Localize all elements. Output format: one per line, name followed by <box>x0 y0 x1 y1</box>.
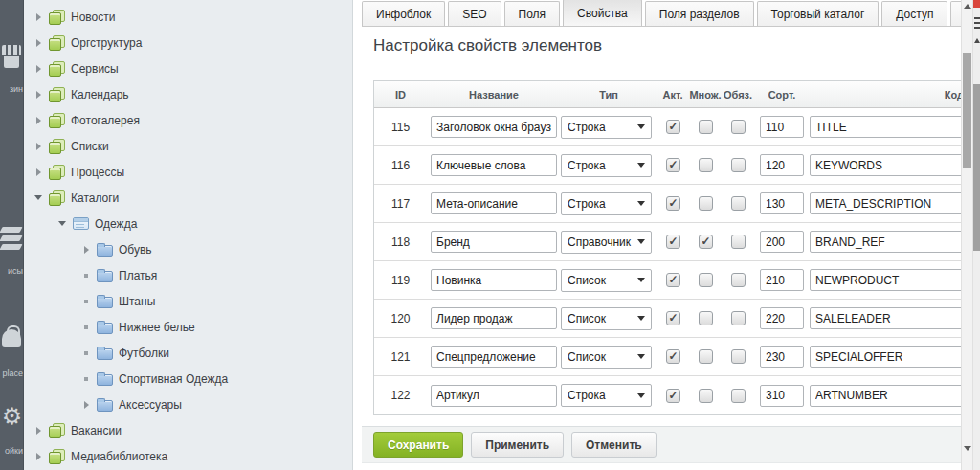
expand-arrow-icon[interactable] <box>36 427 41 435</box>
tree-item-aksessuary[interactable]: Аксессуары <box>24 392 352 417</box>
sort-input[interactable] <box>760 154 804 176</box>
tree-item-futbolki[interactable]: Футболки <box>24 340 352 366</box>
inner-scrollbar-thumb[interactable] <box>963 53 971 168</box>
required-checkbox[interactable] <box>731 311 746 325</box>
tab-polya-razdelov[interactable]: Поля разделов <box>645 1 754 26</box>
type-select[interactable]: Список <box>561 269 652 292</box>
multiple-checkbox[interactable] <box>699 196 713 211</box>
tree-item-servisy[interactable]: Сервисы <box>24 56 352 81</box>
name-input[interactable] <box>431 269 557 291</box>
expand-arrow-icon[interactable] <box>36 91 41 99</box>
required-checkbox[interactable] <box>731 196 746 211</box>
type-select[interactable]: Строка <box>561 384 652 407</box>
rail-item-store[interactable]: зин <box>0 43 24 76</box>
cancel-button[interactable]: Отменить <box>571 432 657 458</box>
expand-arrow-icon[interactable] <box>36 453 41 460</box>
apply-button[interactable]: Применить <box>471 432 564 458</box>
tree-item-sportivnaya-odezhda[interactable]: Спортивная Одежда <box>24 366 352 392</box>
code-input[interactable] <box>810 269 961 291</box>
tree-item-fotogalereya[interactable]: Фотогалерея <box>24 107 352 133</box>
tree-item-novosti[interactable]: Новости <box>24 4 352 30</box>
tree-item-kalendar[interactable]: Календарь <box>24 81 352 107</box>
expand-arrow-icon[interactable] <box>36 39 41 47</box>
multiple-checkbox[interactable] <box>699 235 713 249</box>
sort-input[interactable] <box>760 116 804 138</box>
required-checkbox[interactable] <box>731 120 746 134</box>
save-button[interactable]: Сохранить <box>373 432 463 458</box>
name-input[interactable] <box>431 385 557 407</box>
code-input[interactable] <box>810 192 961 214</box>
expand-arrow-icon[interactable] <box>36 168 41 176</box>
tab-svoystva[interactable]: Свойства <box>563 0 642 26</box>
scrollbar-grip-icon[interactable] <box>974 17 980 29</box>
inner-scrollbar[interactable] <box>961 0 972 470</box>
type-select[interactable]: Список <box>561 307 652 330</box>
tree-item-odezhda[interactable]: Одежда <box>24 211 352 236</box>
code-input[interactable] <box>810 154 961 176</box>
expand-arrow-icon[interactable] <box>36 143 41 150</box>
tree-item-obuv[interactable]: Обувь <box>24 236 352 262</box>
active-checkbox[interactable] <box>666 158 680 172</box>
active-checkbox[interactable] <box>666 120 680 134</box>
multiple-checkbox[interactable] <box>699 120 713 134</box>
required-checkbox[interactable] <box>731 273 746 287</box>
tree-item-shtany[interactable]: Штаны <box>24 288 352 314</box>
tab-podpisi[interactable]: Подписи <box>950 1 961 26</box>
active-checkbox[interactable] <box>666 196 680 211</box>
name-input[interactable] <box>431 346 557 368</box>
scroll-down-icon[interactable] <box>964 446 971 451</box>
multiple-checkbox[interactable] <box>699 349 713 364</box>
active-checkbox[interactable] <box>666 389 680 403</box>
required-checkbox[interactable] <box>731 158 746 172</box>
tab-polya[interactable]: Поля <box>504 1 561 26</box>
type-select[interactable]: Справочник <box>561 231 652 254</box>
code-input[interactable] <box>810 385 961 407</box>
expand-arrow-icon[interactable] <box>36 117 41 124</box>
sort-input[interactable] <box>760 307 804 329</box>
required-checkbox[interactable] <box>731 389 746 403</box>
expand-arrow-icon[interactable] <box>84 401 89 409</box>
scroll-up-icon[interactable] <box>974 38 980 43</box>
multiple-checkbox[interactable] <box>699 273 713 287</box>
multiple-checkbox[interactable] <box>699 389 713 403</box>
required-checkbox[interactable] <box>731 235 746 249</box>
name-input[interactable] <box>431 192 557 214</box>
tree-item-processy[interactable]: Процессы <box>24 159 352 185</box>
sort-input[interactable] <box>760 385 804 407</box>
code-input[interactable] <box>810 346 961 368</box>
active-checkbox[interactable] <box>666 311 680 325</box>
type-select[interactable]: Строка <box>561 116 652 139</box>
code-input[interactable] <box>810 231 961 253</box>
tree-item-mediabiblioteka[interactable]: Медиабиблиотека <box>24 443 352 469</box>
tab-infoblok[interactable]: Инфоблок <box>362 1 445 26</box>
tree-item-katalogi[interactable]: Каталоги <box>24 185 352 211</box>
tree-item-nizhnee-bele[interactable]: Нижнее белье <box>24 314 352 340</box>
collapse-arrow-icon[interactable] <box>34 195 42 200</box>
active-checkbox[interactable] <box>666 273 680 287</box>
code-input[interactable] <box>810 116 961 138</box>
code-input[interactable] <box>810 307 961 329</box>
tree-item-orgstruktura[interactable]: Оргструктура <box>24 30 352 56</box>
type-select[interactable]: Список <box>561 346 652 369</box>
type-select[interactable]: Строка <box>561 192 652 215</box>
name-input[interactable] <box>431 116 557 138</box>
active-checkbox[interactable] <box>666 235 680 249</box>
rail-item-settings[interactable]: ⚙ ойки <box>0 403 24 436</box>
active-checkbox[interactable] <box>666 349 680 364</box>
sort-input[interactable] <box>760 346 804 368</box>
tab-dostup[interactable]: Доступ <box>881 1 947 26</box>
tree-item-vakansii[interactable]: Вакансии <box>24 417 352 443</box>
type-select[interactable]: Строка <box>561 154 652 177</box>
outer-scrollbar[interactable] <box>972 0 980 470</box>
sort-input[interactable] <box>760 231 804 253</box>
name-input[interactable] <box>431 154 557 176</box>
expand-arrow-icon[interactable] <box>36 65 41 73</box>
multiple-checkbox[interactable] <box>699 158 713 172</box>
multiple-checkbox[interactable] <box>699 311 713 325</box>
expand-arrow-icon[interactable] <box>84 246 89 254</box>
tree-item-spiski[interactable]: Списки <box>24 133 352 159</box>
collapse-arrow-icon[interactable] <box>58 221 66 226</box>
rail-item-services[interactable]: исы <box>0 225 24 257</box>
outer-scrollbar-thumb[interactable] <box>973 84 980 251</box>
name-input[interactable] <box>431 307 557 329</box>
